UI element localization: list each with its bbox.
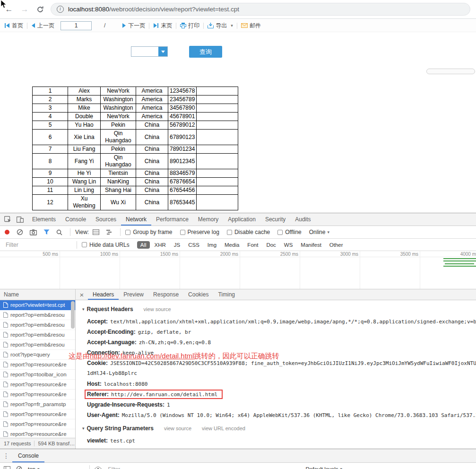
devtools-tab[interactable]: Memory: [193, 213, 223, 226]
page-number-input[interactable]: [61, 21, 92, 30]
request-list-item[interactable]: report?op=emb&resou: [0, 310, 75, 320]
close-icon[interactable]: ×: [76, 289, 88, 300]
reload-button[interactable]: [34, 3, 47, 16]
page-info-icon[interactable]: i: [57, 6, 64, 13]
collapse-triangle-icon: ▾: [82, 426, 85, 431]
clear-icon[interactable]: [17, 229, 23, 235]
checkbox-box-icon: [125, 230, 130, 235]
request-list-item[interactable]: report?op=resource&re: [0, 409, 75, 419]
throttling-select[interactable]: Online ▾: [309, 229, 329, 235]
request-rows-view-icon[interactable]: [93, 229, 99, 235]
request-list-item[interactable]: report?op=resource&re: [0, 429, 75, 438]
request-list-item[interactable]: report?op=resource&re: [0, 380, 75, 390]
request-list-item[interactable]: report?op=emb&resou: [0, 320, 75, 330]
print-button[interactable]: 打印: [178, 22, 202, 30]
detail-tab[interactable]: Timing: [213, 289, 240, 300]
request-list-item[interactable]: report?op=toolbar_icon: [0, 370, 75, 380]
console-context-select[interactable]: top ▾: [28, 466, 40, 469]
resource-type-filter[interactable]: CSS: [185, 241, 203, 249]
parameter-dropdown[interactable]: [131, 46, 168, 57]
hide-data-urls-checkbox[interactable]: Hide data URLs: [82, 242, 130, 248]
request-list-item[interactable]: report?op=resource&re: [0, 419, 75, 429]
report-table: 1 Alex NewYork America 12345678 2 Marks …: [32, 87, 238, 210]
resource-type-filter[interactable]: WS: [281, 241, 296, 249]
view-url-encoded-link[interactable]: view URL encoded: [202, 426, 245, 431]
overview-view-icon[interactable]: [106, 229, 113, 235]
resource-type-filter[interactable]: Manifest: [297, 241, 324, 249]
inspect-element-icon[interactable]: [1, 214, 14, 225]
transferred-size: 594 KB transf…: [38, 441, 75, 446]
header-value: zh-CN,zh;q=0.9,en;q=0.8: [139, 339, 211, 346]
forward-button[interactable]: →: [18, 3, 31, 16]
detail-tab[interactable]: Response: [148, 289, 183, 300]
name-column-header[interactable]: Name: [0, 289, 76, 300]
devtools-tab[interactable]: Application: [223, 213, 260, 226]
devtools-tab[interactable]: Console: [61, 213, 91, 226]
capture-screenshots-icon[interactable]: [30, 229, 37, 235]
view-label: View:: [75, 229, 89, 235]
request-headers-section-title[interactable]: ▾ Request Headers view source: [82, 304, 476, 314]
resource-type-filter[interactable]: Media: [221, 241, 242, 249]
network-filter-input[interactable]: [5, 241, 76, 249]
resource-type-filter[interactable]: All: [137, 241, 150, 249]
first-page-button[interactable]: 首页: [2, 22, 26, 30]
network-overview[interactable]: 500 ms1000 ms1500 ms2000 ms2500 ms3000 m…: [0, 251, 476, 289]
resource-type-filter[interactable]: Img: [204, 241, 220, 249]
request-list-item[interactable]: report?viewlet=test.cpt: [0, 300, 75, 310]
devtools-tab[interactable]: Elements: [27, 213, 61, 226]
query-button[interactable]: 查询: [189, 46, 222, 58]
request-list-item[interactable]: report?op=resource&re: [0, 390, 75, 400]
resource-type-filter[interactable]: XHR: [151, 241, 169, 249]
address-bar[interactable]: i localhost:8080/webroot/decision/view/r…: [51, 3, 470, 16]
console-sidebar-icon[interactable]: [4, 466, 10, 469]
request-list-item[interactable]: report?op=emb&resou: [0, 330, 75, 340]
toolbar-checkbox[interactable]: Group by frame: [125, 229, 172, 235]
detail-tab[interactable]: Preview: [119, 289, 148, 300]
cell-country: America: [136, 96, 168, 104]
drawer-menu-icon[interactable]: ⋮: [0, 449, 12, 462]
live-expression-eye-icon[interactable]: [95, 467, 102, 469]
resource-type-filter[interactable]: Doc: [263, 241, 279, 249]
query-params-section-title[interactable]: ▾ Query String Parameters view source vi…: [82, 423, 476, 434]
summary-divider: [34, 441, 35, 446]
device-toolbar-icon[interactable]: [14, 214, 26, 225]
view-source-link[interactable]: view source: [144, 306, 171, 312]
devtools-tab[interactable]: Network: [121, 213, 151, 226]
resource-type-filter[interactable]: JS: [171, 241, 183, 249]
search-icon[interactable]: [56, 229, 62, 235]
next-page-button[interactable]: 下一页: [120, 22, 147, 30]
request-list-item[interactable]: root?type=query: [0, 350, 75, 360]
request-list-item[interactable]: report?op=fr_paramstp: [0, 400, 75, 409]
devtools-tab[interactable]: Performance: [151, 213, 193, 226]
back-button[interactable]: ←: [2, 3, 16, 16]
toolbar-divider: [89, 465, 90, 469]
resource-type-filter[interactable]: Other: [326, 241, 346, 249]
toolbar-checkbox[interactable]: Preserve log: [180, 229, 219, 235]
devtools-tab[interactable]: Sources: [91, 213, 121, 226]
detail-tab[interactable]: Cookies: [183, 289, 213, 300]
toolbar-checkbox[interactable]: Disable cache: [227, 229, 270, 235]
horizontal-scrollbar[interactable]: [426, 69, 475, 74]
last-page-button[interactable]: 末页: [151, 22, 174, 30]
clear-console-icon[interactable]: [16, 466, 22, 469]
scrollbar-thumb[interactable]: [71, 301, 75, 329]
detail-tab[interactable]: Headers: [88, 289, 119, 300]
devtools-tab[interactable]: Audits: [290, 213, 315, 226]
request-header-row: Connection:keep-alive: [87, 347, 476, 358]
resource-type-filter[interactable]: Font: [244, 241, 261, 249]
mail-button[interactable]: 邮件: [239, 22, 263, 30]
filter-funnel-icon[interactable]: [43, 229, 50, 235]
dropdown-arrow-icon[interactable]: [158, 47, 167, 56]
devtools-tab[interactable]: Security: [260, 213, 290, 226]
console-drawer-tab[interactable]: Console: [12, 449, 44, 462]
prev-page-button[interactable]: 上一页: [29, 22, 57, 30]
record-button[interactable]: [5, 230, 9, 234]
chevron-down-icon: ▾: [327, 230, 329, 234]
request-list-item[interactable]: report?op=emb&resou: [0, 340, 75, 350]
view-source-link[interactable]: view source: [164, 426, 191, 431]
request-list-item[interactable]: report?op=resource&re: [0, 360, 75, 370]
toolbar-checkbox[interactable]: Offline: [277, 229, 301, 235]
export-button[interactable]: 导出 ▾: [205, 22, 235, 30]
console-levels-select[interactable]: Default levels ▾: [306, 466, 343, 469]
console-filter-input[interactable]: [107, 466, 173, 469]
